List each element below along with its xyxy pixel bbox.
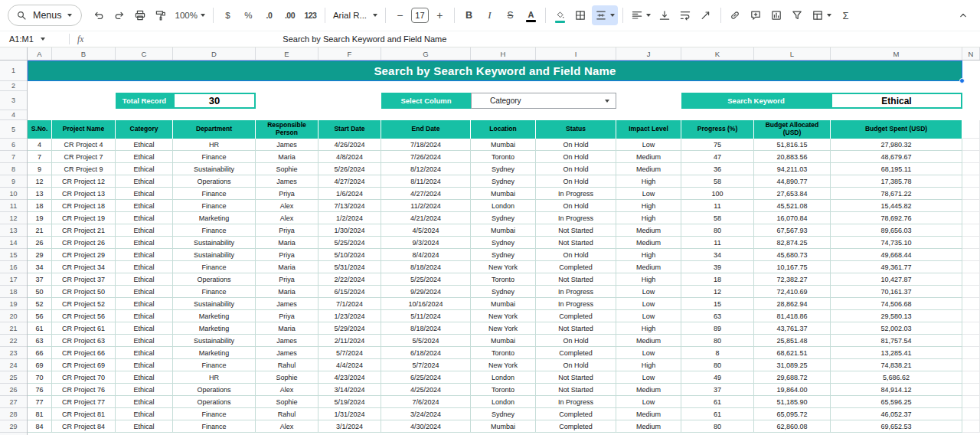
cell[interactable] [962, 408, 980, 420]
cell[interactable]: Ethical [116, 286, 173, 298]
row-header-5[interactable]: 5 [0, 120, 27, 139]
cell[interactable]: 84,914.12 [831, 384, 962, 396]
cell[interactable]: James [256, 347, 318, 359]
cell[interactable]: Mumbai [471, 420, 536, 433]
cell[interactable]: 4/23/2024 [318, 371, 381, 384]
cell[interactable]: 37 [681, 384, 754, 396]
cell[interactable]: Ethical [116, 298, 173, 310]
cell[interactable]: Low [616, 347, 681, 359]
cell[interactable]: 50 [28, 286, 52, 298]
cell[interactable]: Sydney [471, 286, 536, 298]
table-header-cell[interactable]: Progress (%) [681, 120, 754, 139]
cell[interactable]: 8/12/2024 [381, 163, 471, 175]
print-button[interactable] [131, 5, 150, 25]
column-header-G[interactable]: G [381, 47, 471, 60]
cell[interactable]: 70,161.37 [831, 286, 962, 298]
cell[interactable]: Operations [173, 396, 256, 408]
cell[interactable]: CR Project 69 [52, 359, 116, 371]
cell[interactable]: CR Project 50 [52, 286, 116, 298]
cell[interactable] [962, 347, 980, 359]
cell[interactable]: Alex [256, 200, 318, 212]
cell[interactable]: 1/23/2024 [318, 310, 381, 322]
cell[interactable] [962, 371, 980, 384]
cell[interactable]: CR Project 7 [52, 151, 116, 163]
cell[interactable] [962, 359, 980, 371]
insert-chart-button[interactable] [767, 5, 786, 25]
cell[interactable]: 66 [28, 347, 52, 359]
merge-cells-button[interactable] [592, 5, 618, 25]
cell[interactable]: CR Project 18 [52, 200, 116, 212]
insert-link-button[interactable] [726, 5, 745, 25]
cell[interactable] [962, 163, 980, 175]
cell[interactable]: New York [471, 261, 536, 273]
cell[interactable]: James [256, 335, 318, 347]
cell[interactable]: Medium [616, 151, 681, 163]
text-color-button[interactable]: A [521, 5, 541, 25]
cell[interactable]: 58 [681, 175, 754, 188]
cell[interactable]: 94,211.03 [754, 163, 831, 175]
cell[interactable]: 74,506.68 [831, 298, 962, 310]
column-header-J[interactable]: J [616, 47, 681, 60]
cell[interactable]: 28,862.94 [754, 298, 831, 310]
cell[interactable]: Ethical [116, 151, 173, 163]
cell[interactable]: 49 [681, 371, 754, 384]
cell[interactable]: Completed [536, 261, 616, 273]
cell[interactable]: Maria [256, 237, 318, 249]
total-record-value[interactable]: 30 [173, 93, 256, 109]
cell[interactable]: Sustainability [173, 298, 256, 310]
cell[interactable]: 27,653.84 [754, 188, 831, 200]
cell[interactable]: 49,668.44 [831, 249, 962, 261]
cell[interactable]: 74,735.10 [831, 237, 962, 249]
vertical-align-button[interactable] [655, 5, 675, 25]
cell[interactable]: High [616, 212, 681, 224]
row-header-13[interactable]: 13 [0, 224, 27, 237]
cell[interactable]: Mumbai [471, 298, 536, 310]
cell[interactable]: 21 [28, 224, 52, 237]
cell[interactable]: 29 [28, 249, 52, 261]
cell[interactable]: 62,860.08 [754, 420, 831, 433]
cell[interactable]: Ethical [116, 224, 173, 237]
cell[interactable]: Medium [616, 237, 681, 249]
column-header-L[interactable]: L [754, 47, 831, 60]
cell[interactable]: Finance [173, 151, 256, 163]
cell[interactable]: 70 [28, 371, 52, 384]
cell[interactable]: 52,002.03 [831, 322, 962, 335]
row-header-7[interactable]: 7 [0, 151, 27, 163]
cell[interactable]: Sydney [471, 249, 536, 261]
cell[interactable]: 61 [681, 396, 754, 408]
formula-input[interactable]: Search by Search Keyword and Field Name [283, 34, 446, 44]
cell[interactable]: CR Project 76 [52, 384, 116, 396]
cell[interactable]: 3/24/2024 [381, 408, 471, 420]
cell[interactable]: Medium [616, 261, 681, 273]
cell[interactable]: Alex [256, 384, 318, 396]
cell[interactable] [962, 249, 980, 261]
cell[interactable]: 81,757.54 [831, 335, 962, 347]
cell[interactable]: 2/11/2024 [318, 335, 381, 347]
cell[interactable]: Sydney [471, 163, 536, 175]
cell[interactable]: Priya [256, 224, 318, 237]
table-header-cell[interactable]: End Date [381, 120, 471, 139]
cell[interactable]: Ethical [116, 175, 173, 188]
cell[interactable]: 1/2/2024 [318, 212, 381, 224]
cell[interactable]: Low [616, 371, 681, 384]
cell[interactable]: Sydney [471, 212, 536, 224]
cell[interactable]: CR Project 26 [52, 237, 116, 249]
cell[interactable]: CR Project 19 [52, 212, 116, 224]
cell[interactable]: 17,385.78 [831, 175, 962, 188]
cell[interactable]: Finance [173, 200, 256, 212]
cell[interactable]: 4/30/2024 [381, 420, 471, 433]
cell[interactable]: Ethical [116, 384, 173, 396]
cell[interactable]: 45,680.73 [754, 249, 831, 261]
cell[interactable]: Low [616, 298, 681, 310]
cell[interactable]: 65,095.72 [754, 408, 831, 420]
cell[interactable]: 11 [681, 237, 754, 249]
row-header-10[interactable]: 10 [0, 188, 27, 200]
cell[interactable]: Finance [173, 261, 256, 273]
currency-format-button[interactable]: $ [218, 5, 237, 25]
cell[interactable]: 69 [28, 359, 52, 371]
cell[interactable]: Sydney [471, 408, 536, 420]
cell[interactable]: CR Project 37 [52, 273, 116, 286]
cell[interactable]: 15 [681, 298, 754, 310]
cell[interactable] [962, 273, 980, 286]
cell[interactable]: 81,418.86 [754, 310, 831, 322]
